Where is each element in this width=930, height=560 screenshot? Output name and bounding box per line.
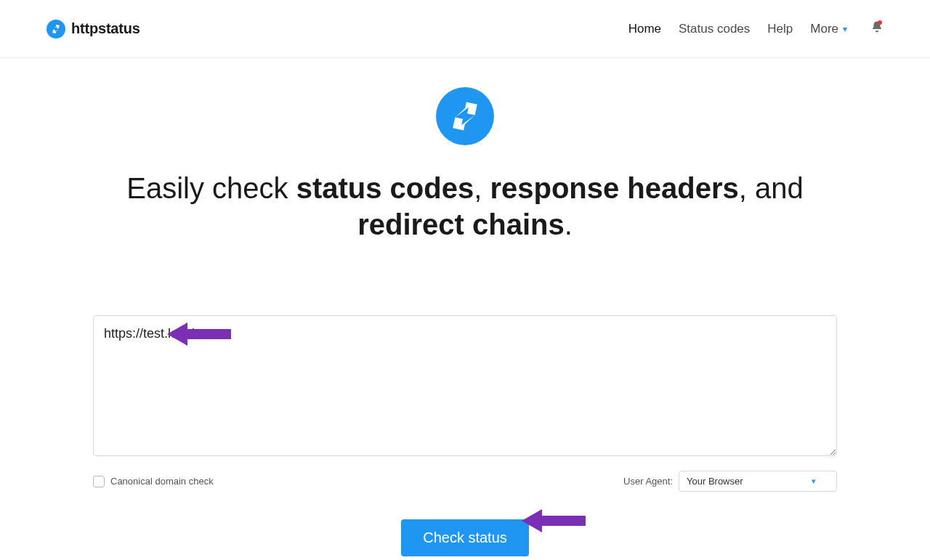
notification-dot-icon bbox=[878, 20, 882, 25]
arrows-icon bbox=[46, 20, 65, 38]
main-nav: Home Status codes Help More ▾ bbox=[628, 20, 884, 37]
notifications-button[interactable] bbox=[870, 20, 884, 37]
nav-more[interactable]: More ▾ bbox=[810, 22, 847, 36]
url-input[interactable] bbox=[93, 315, 837, 456]
headline-text: , and bbox=[739, 172, 804, 204]
headline-text: . bbox=[565, 208, 573, 240]
headline-bold: redirect chains bbox=[357, 208, 565, 240]
chevron-down-icon: ▾ bbox=[843, 24, 847, 34]
headline-bold: status codes bbox=[296, 172, 474, 204]
chevron-down-icon: ▾ bbox=[812, 476, 816, 486]
headline-text: Easily check bbox=[126, 172, 296, 204]
page-headline: Easily check status codes, response head… bbox=[93, 170, 837, 243]
hero-logo-icon bbox=[436, 87, 494, 145]
nav-status-codes[interactable]: Status codes bbox=[679, 22, 750, 36]
checkbox-icon bbox=[93, 476, 105, 487]
user-agent-label: User Agent: bbox=[623, 476, 673, 487]
nav-help[interactable]: Help bbox=[767, 22, 793, 36]
user-agent-selected: Your Browser bbox=[687, 476, 743, 487]
brand-logo[interactable]: httpstatus bbox=[46, 20, 140, 38]
nav-home[interactable]: Home bbox=[628, 22, 661, 36]
bell-icon bbox=[870, 22, 884, 36]
headline-bold: response headers bbox=[490, 172, 738, 204]
nav-more-label: More bbox=[810, 22, 838, 36]
canonical-check-label: Canonical domain check bbox=[110, 476, 214, 487]
user-agent-select[interactable]: Your Browser ▾ bbox=[679, 471, 837, 492]
headline-text: , bbox=[474, 172, 490, 204]
canonical-check[interactable]: Canonical domain check bbox=[93, 476, 214, 487]
check-status-button[interactable]: Check status bbox=[401, 519, 529, 556]
brand-name: httpstatus bbox=[71, 20, 140, 37]
